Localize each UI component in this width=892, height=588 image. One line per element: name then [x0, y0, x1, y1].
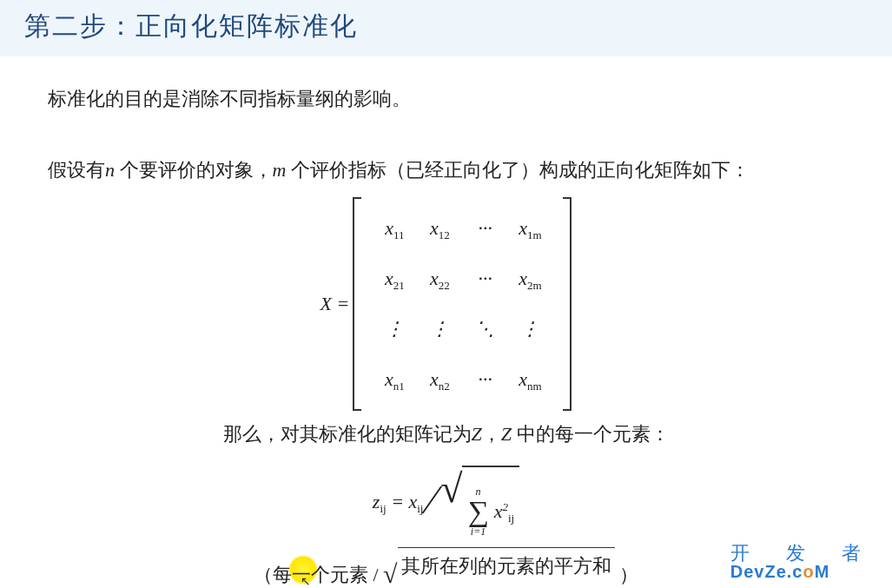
watermark-en: DevZe.coM	[730, 563, 876, 581]
content-body: 标准化的目的是消除不同指标量纲的影响。 假设有n 个要评价的对象，m 个评价指标…	[0, 56, 892, 588]
left-bracket-icon	[353, 197, 361, 411]
text: 元素 /	[330, 564, 383, 585]
var-z: Z	[472, 423, 482, 445]
text: 那么，对其标准化的矩阵记为	[223, 423, 472, 445]
var-m: m	[273, 159, 287, 181]
text: 中的每一个元素：	[512, 423, 670, 445]
division-slash-icon: ⁄	[425, 462, 439, 538]
summation-icon: n ∑ i=1	[467, 486, 488, 537]
matrix-lhs: X =	[320, 286, 350, 322]
text: （每	[254, 564, 292, 585]
paragraph-assumption: 假设有n 个要评价的对象，m 个评价指标（已经正向化了）构成的正向化矩阵如下：	[48, 152, 844, 188]
text: 个评价指标（已经正向化了）构成的正向化矩阵如下：	[286, 159, 750, 181]
watermark-cn: 开 发 者	[730, 543, 876, 563]
matrix-row: xn1 xn2 ··· xnm	[379, 360, 545, 399]
section-header: 第二步：正向化矩阵标准化	[0, 0, 892, 56]
matrix-grid: x11 x12 ··· x1m x21 x22 ··· x2m ⋮ ⋮ ⋱ ⋮	[365, 197, 559, 411]
radical-icon: √	[383, 549, 397, 588]
right-bracket-icon	[563, 197, 572, 411]
matrix-equation: X = x11 x12 ··· x1m x21 x22 ··· x2m ⋮ ⋮	[48, 197, 844, 411]
sqrt-expression: √ n ∑ i=1 x2ij	[440, 466, 519, 538]
matrix-row: x11 x12 ··· x1m	[379, 209, 545, 248]
section-title: 第二步：正向化矩阵标准化	[24, 11, 358, 40]
matrix-row: x21 x22 ··· x2m	[379, 260, 545, 298]
cursor-highlight-icon: 一个↖	[292, 557, 330, 588]
text: ，	[482, 423, 501, 445]
var-n: n	[105, 159, 115, 181]
text: 假设有	[48, 159, 105, 181]
radical-icon: √	[440, 471, 462, 506]
paragraph-purpose: 标准化的目的是消除不同指标量纲的影响。	[48, 81, 844, 117]
text: ）	[615, 564, 639, 585]
var-z2: Z	[501, 423, 512, 445]
inline-sqrt: √其所在列的元素的平方和	[383, 547, 614, 588]
paragraph-z-intro: 那么，对其标准化的矩阵记为Z，Z 中的每一个元素：	[48, 416, 844, 453]
text: 个要评价的对象，	[115, 159, 273, 181]
formula-zij: zij = xij ⁄ √ n ∑ i=1 x2ij	[48, 464, 844, 539]
matrix-row: ⋮ ⋮ ⋱ ⋮	[379, 310, 545, 348]
formula-description: （每一个↖元素 / √其所在列的元素的平方和 ）	[48, 547, 844, 588]
watermark: 开 发 者 DevZe.coM	[730, 543, 876, 581]
